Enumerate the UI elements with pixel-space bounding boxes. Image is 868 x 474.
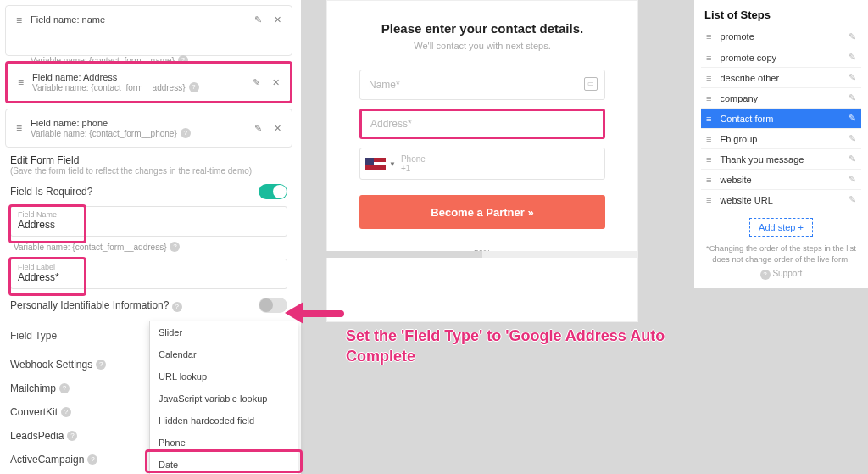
preview-heading: Please enter your contact details. xyxy=(359,21,605,36)
help-icon[interactable]: ? xyxy=(61,407,71,417)
dropdown-option[interactable]: Slider xyxy=(150,321,298,343)
annotation-text: Set the 'Field Type' to 'Google Address … xyxy=(346,326,710,367)
help-icon[interactable]: ? xyxy=(181,128,191,138)
integration-label: Webhook Settings xyxy=(10,359,92,371)
contact-card-icon: ▭ xyxy=(584,77,598,91)
help-icon[interactable]: ? xyxy=(172,302,182,312)
field-name-input[interactable]: Field Name Address xyxy=(10,206,287,237)
edit-form-field-header: Edit Form Field (Save the form field to … xyxy=(10,154,292,176)
pii-label: Personally Identifiable Information? xyxy=(10,299,169,311)
edit-icon[interactable]: ✎ xyxy=(849,52,856,63)
help-icon[interactable]: ? xyxy=(189,82,199,92)
drag-handle-icon[interactable]: ≡ xyxy=(16,122,22,134)
step-label: website URL xyxy=(720,195,772,205)
required-toggle[interactable] xyxy=(259,184,287,199)
step-label: promote copy xyxy=(720,53,776,63)
integration-label: ActiveCampaign xyxy=(10,454,84,466)
cta-button[interactable]: Become a Partner » xyxy=(359,195,605,229)
help-icon[interactable]: ? xyxy=(760,270,771,280)
integration-label: Mailchimp xyxy=(10,382,56,394)
preview-subheading: We'll contact you with next steps. xyxy=(359,41,605,51)
field-card-phone[interactable]: ≡ Field name: phone Variable name: {cont… xyxy=(5,109,292,148)
edit-icon[interactable]: ✎ xyxy=(849,133,856,144)
help-icon[interactable]: ? xyxy=(96,360,106,370)
flag-us-icon[interactable] xyxy=(365,158,386,170)
step-item[interactable]: ≡Fb group✎ xyxy=(701,128,861,148)
support-link[interactable]: Support xyxy=(772,269,802,278)
edit-icon[interactable]: ✎ xyxy=(849,153,856,165)
step-item[interactable]: ≡company✎ xyxy=(701,87,861,108)
field-title: Field name: name xyxy=(31,14,246,25)
preview-area: Please enter your contact details. We'll… xyxy=(301,0,694,474)
step-label: Fb group xyxy=(720,134,757,144)
drag-handle-icon[interactable]: ≡ xyxy=(706,53,711,63)
field-label-input[interactable]: Field Label Address* xyxy=(10,259,287,289)
dropdown-option[interactable]: Date xyxy=(150,454,298,474)
field-title: Field name: phone xyxy=(31,118,246,128)
preview-phone-input[interactable]: ▼ Phone +1 xyxy=(359,148,605,180)
edit-icon[interactable]: ✎ xyxy=(849,174,856,185)
field-value-input[interactable] xyxy=(31,25,246,53)
help-icon[interactable]: ? xyxy=(170,242,180,252)
phone-label: Phone xyxy=(401,154,426,164)
help-icon[interactable]: ? xyxy=(67,431,77,441)
required-label: Field Is Required? xyxy=(10,186,92,198)
dropdown-option[interactable]: Phone xyxy=(150,432,298,454)
pii-toggle[interactable] xyxy=(259,298,287,313)
edit-title: Edit Form Field xyxy=(10,154,292,166)
step-item[interactable]: ≡promote✎ xyxy=(701,26,861,47)
drag-handle-icon[interactable]: ≡ xyxy=(706,93,711,103)
field-type-label: Field Type xyxy=(10,330,57,342)
drag-handle-icon[interactable]: ≡ xyxy=(706,114,711,124)
delete-icon[interactable]: ✕ xyxy=(274,14,281,25)
phone-prefix: +1 xyxy=(401,164,426,173)
field-type-dropdown[interactable]: SliderCalendarURL lookupJavaScript varia… xyxy=(149,321,298,474)
help-icon[interactable]: ? xyxy=(59,383,70,393)
field-variable: Variable name: {contact_form__phone} xyxy=(31,129,177,138)
step-item[interactable]: ≡promote copy✎ xyxy=(701,47,861,67)
step-item[interactable]: ≡Contact form✎ xyxy=(701,108,861,128)
add-step-button[interactable]: Add step + xyxy=(749,218,813,237)
steps-note: *Changing the order of the steps in the … xyxy=(701,243,861,265)
chevron-down-icon[interactable]: ▼ xyxy=(389,160,396,168)
dropdown-option[interactable]: Calendar xyxy=(150,343,298,365)
field-name-value: Address xyxy=(18,219,280,231)
dropdown-option[interactable]: URL lookup xyxy=(150,365,298,388)
edit-icon[interactable]: ✎ xyxy=(849,31,856,42)
step-item[interactable]: ≡Thank you message✎ xyxy=(701,148,861,169)
drag-handle-icon[interactable]: ≡ xyxy=(706,134,711,144)
step-label: Contact form xyxy=(720,114,773,124)
field-card-name[interactable]: ≡ Field name: name Variable name: {conta… xyxy=(5,5,292,56)
edit-icon[interactable]: ✎ xyxy=(254,123,262,134)
dropdown-option[interactable]: JavaScript variable lookup xyxy=(150,388,298,410)
edit-icon[interactable]: ✎ xyxy=(253,77,260,88)
edit-icon[interactable]: ✎ xyxy=(849,92,856,103)
edit-subtitle: (Save the form field to reflect the chan… xyxy=(10,166,292,176)
dropdown-option[interactable]: Hidden hardcoded field xyxy=(150,410,298,432)
step-item[interactable]: ≡website URL✎ xyxy=(701,189,861,209)
preview-name-input[interactable]: Name* ▭ xyxy=(359,70,605,100)
drag-handle-icon[interactable]: ≡ xyxy=(706,31,711,42)
step-item[interactable]: ≡describe other✎ xyxy=(701,67,861,87)
drag-handle-icon[interactable]: ≡ xyxy=(706,195,711,205)
edit-icon[interactable]: ✎ xyxy=(849,72,856,83)
edit-icon[interactable]: ✎ xyxy=(849,113,856,124)
edit-icon[interactable]: ✎ xyxy=(254,14,262,25)
address-placeholder: Address* xyxy=(370,118,412,130)
delete-icon[interactable]: ✕ xyxy=(272,77,280,88)
drag-handle-icon[interactable]: ≡ xyxy=(706,73,711,83)
drag-handle-icon[interactable]: ≡ xyxy=(18,76,24,88)
field-title: Field name: Address xyxy=(32,72,244,82)
variable-name-text: Variable name: {contact_form__address} xyxy=(14,243,166,252)
preview-address-input[interactable]: Address* xyxy=(359,109,605,139)
field-card-address[interactable]: ≡ Field name: Address Variable name: {co… xyxy=(5,61,292,103)
drag-handle-icon[interactable]: ≡ xyxy=(16,14,22,26)
help-icon[interactable]: ? xyxy=(87,454,97,465)
step-item[interactable]: ≡website✎ xyxy=(701,169,861,189)
drag-handle-icon[interactable]: ≡ xyxy=(706,154,711,165)
steps-title: List of Steps xyxy=(704,8,858,21)
edit-icon[interactable]: ✎ xyxy=(849,194,856,205)
step-label: Thank you message xyxy=(720,154,804,165)
delete-icon[interactable]: ✕ xyxy=(274,123,281,134)
drag-handle-icon[interactable]: ≡ xyxy=(706,175,711,185)
